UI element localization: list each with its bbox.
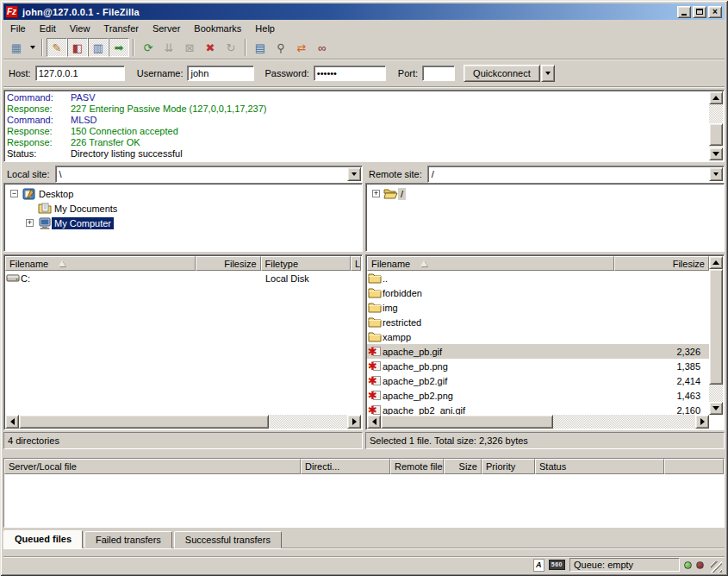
- scroll-thumb[interactable]: [709, 123, 723, 146]
- maximize-icon: [696, 9, 703, 15]
- quickconnect-bar: Host: Username: Password: Port: Quickcon…: [3, 60, 725, 87]
- username-input[interactable]: [187, 66, 254, 81]
- close-button[interactable]: ×: [708, 6, 722, 18]
- scroll-track[interactable]: [19, 415, 347, 429]
- toggle-local-tree-button[interactable]: ◧: [67, 38, 88, 57]
- toggle-log-button[interactable]: ✎: [47, 38, 67, 57]
- file-row-[interactable]: ..: [367, 271, 709, 285]
- tab-queued-files[interactable]: Queued files: [3, 530, 83, 548]
- menu-transfer[interactable]: Transfer: [96, 22, 146, 35]
- queue-column-priority[interactable]: Priority: [482, 459, 535, 474]
- refresh-button[interactable]: ⟳: [138, 38, 159, 57]
- resize-grip[interactable]: [711, 561, 722, 573]
- queue-header: Server/Local fileDirecti...Remote fileSi…: [4, 459, 724, 474]
- scroll-thumb[interactable]: [381, 415, 553, 429]
- column-header-l[interactable]: L: [351, 256, 361, 271]
- find-button[interactable]: ∞: [312, 38, 333, 57]
- folder-open-icon: [383, 188, 398, 199]
- compare-button[interactable]: ⚲: [271, 38, 291, 57]
- scroll-track[interactable]: [381, 415, 695, 429]
- activity-led-red: [696, 561, 704, 569]
- scroll-right-button[interactable]: [347, 415, 361, 429]
- scroll-up-button[interactable]: [709, 91, 723, 104]
- collapse-minus-icon[interactable]: −: [10, 190, 18, 197]
- remote-status-text: Selected 1 file. Total size: 2,326 bytes: [365, 432, 725, 449]
- remote-site-dropdown[interactable]: [709, 167, 723, 181]
- toggle-queue-button[interactable]: ➡: [109, 38, 129, 57]
- scroll-track[interactable]: [709, 104, 723, 147]
- remote-tree-panel: +/: [365, 183, 725, 252]
- filezilla-app-icon[interactable]: Fz: [6, 6, 18, 18]
- queue-column-size[interactable]: Size: [444, 459, 482, 474]
- port-input[interactable]: [422, 66, 455, 81]
- tree-item-desktop[interactable]: −Desktop: [5, 186, 361, 201]
- file-row-apache-pb-gif[interactable]: ✱apache_pb.gif2,326: [367, 344, 709, 359]
- scroll-up-button[interactable]: [709, 256, 723, 269]
- queue-column-remote-file[interactable]: Remote file: [390, 459, 444, 474]
- menu-bookmarks[interactable]: Bookmarks: [187, 22, 248, 35]
- disconnect-button[interactable]: ✖: [200, 38, 221, 57]
- column-header-filetype[interactable]: Filetype: [261, 256, 352, 271]
- scroll-thumb[interactable]: [19, 415, 269, 429]
- file-row-apache-pb-png[interactable]: ✱apache_pb.png1,385: [367, 359, 709, 373]
- local-tree: −DesktopMy Documents+My Computer: [5, 185, 361, 250]
- quickconnect-button[interactable]: Quickconnect: [464, 65, 540, 82]
- speed-limit-icon[interactable]: 560: [549, 560, 565, 570]
- log-vscrollbar[interactable]: [709, 91, 723, 160]
- titlebar[interactable]: Fz john@127.0.0.1 - FileZilla ×: [3, 3, 725, 20]
- column-header-filesize[interactable]: Filesize: [614, 256, 709, 271]
- queue-body[interactable]: [4, 474, 724, 527]
- scroll-left-button[interactable]: [5, 415, 19, 429]
- site-manager-button[interactable]: ▦: [6, 38, 27, 57]
- column-header-filesize[interactable]: Filesize: [196, 256, 261, 271]
- queue-column-server-local-file[interactable]: Server/Local file: [4, 459, 301, 474]
- tree-item-[interactable]: +/: [367, 186, 723, 201]
- remote-hscrollbar[interactable]: [367, 415, 709, 429]
- scroll-down-button[interactable]: [709, 402, 723, 415]
- tree-item-my-computer[interactable]: +My Computer: [5, 216, 361, 230]
- file-row-xampp[interactable]: xampp: [367, 329, 709, 344]
- local-site-combo[interactable]: \: [55, 166, 363, 183]
- file-row-c[interactable]: C:Local Disk: [5, 271, 361, 285]
- tab-failed-transfers[interactable]: Failed transfers: [84, 531, 172, 548]
- local-hscrollbar[interactable]: [5, 415, 361, 429]
- scroll-left-button[interactable]: [367, 415, 381, 429]
- file-row-img[interactable]: img: [367, 300, 709, 315]
- tree-item-my-documents[interactable]: My Documents: [5, 201, 361, 216]
- scroll-track[interactable]: [709, 269, 723, 402]
- remote-site-combo[interactable]: /: [427, 166, 725, 183]
- queue-column-status[interactable]: Status: [535, 459, 664, 474]
- minimize-button[interactable]: [677, 6, 691, 18]
- toggle-remote-tree-button[interactable]: ▥: [88, 38, 109, 57]
- quickconnect-dropdown[interactable]: [541, 65, 555, 82]
- scroll-right-button[interactable]: [695, 415, 709, 429]
- menu-server[interactable]: Server: [146, 22, 187, 35]
- expand-plus-icon[interactable]: +: [26, 219, 34, 227]
- host-input[interactable]: [35, 66, 125, 81]
- column-header-filename[interactable]: Filename: [367, 256, 614, 271]
- maximize-button[interactable]: [693, 6, 706, 18]
- documents-icon: [37, 203, 52, 214]
- password-input[interactable]: [314, 66, 386, 81]
- scroll-thumb[interactable]: [709, 269, 723, 385]
- menu-edit[interactable]: Edit: [33, 22, 63, 35]
- queue-column-directi[interactable]: Directi...: [301, 459, 390, 474]
- menu-help[interactable]: Help: [248, 22, 282, 35]
- remote-vscrollbar[interactable]: [709, 256, 723, 415]
- filter-button[interactable]: ▤: [250, 38, 271, 57]
- data-type-icon[interactable]: A: [533, 559, 544, 572]
- column-header-filename[interactable]: Filename: [5, 256, 196, 271]
- local-site-dropdown[interactable]: [347, 167, 361, 181]
- file-row-apache-pb2-ani-gif[interactable]: ✱apache_pb2_ani.gif2,160: [367, 403, 709, 415]
- scroll-down-button[interactable]: [709, 147, 723, 160]
- file-row-apache-pb2-png[interactable]: ✱apache_pb2.png1,463: [367, 388, 709, 403]
- file-row-apache-pb2-gif[interactable]: ✱apache_pb2.gif2,414: [367, 373, 709, 388]
- menu-file[interactable]: File: [3, 22, 33, 35]
- file-row-restricted[interactable]: restricted: [367, 315, 709, 329]
- tab-successful-transfers[interactable]: Successful transfers: [174, 531, 282, 548]
- file-row-forbidden[interactable]: forbidden: [367, 285, 709, 300]
- site-manager-dropdown[interactable]: [27, 38, 38, 57]
- expand-plus-icon[interactable]: +: [372, 190, 380, 197]
- menu-view[interactable]: View: [63, 22, 97, 35]
- sync-browse-button[interactable]: ⇄: [291, 38, 312, 57]
